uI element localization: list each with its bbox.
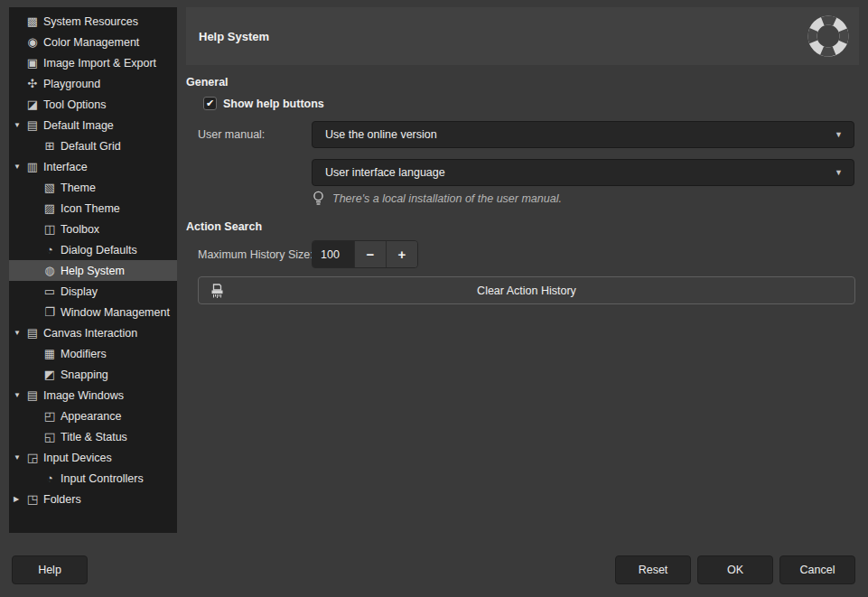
increment-button[interactable]: + — [386, 241, 417, 267]
page-header: Help System — [186, 7, 859, 65]
sidebar-item-label: Image Import & Export — [41, 57, 156, 70]
sidebar-item-label: Theme — [58, 182, 96, 194]
sidebar-item-image-windows[interactable]: ▼▤Image Windows — [9, 385, 177, 406]
sidebar-item-label: Help System — [58, 265, 125, 277]
sidebar-item-label: Window Management — [58, 306, 170, 319]
expander-down-icon[interactable]: ▼ — [9, 329, 24, 337]
folders-icon: ◳ — [24, 493, 41, 505]
manual-note-row: There's a local installation of the user… — [313, 191, 562, 207]
sidebar-item-input-devices[interactable]: ▼◲Input Devices — [9, 447, 177, 468]
decrement-button[interactable]: − — [354, 241, 386, 267]
interface-icon: ▥ — [24, 161, 41, 173]
window-management-icon: ❐ — [42, 306, 58, 318]
cancel-button-label: Cancel — [800, 564, 835, 576]
canvas-interaction-icon: ▤ — [24, 327, 41, 339]
sidebar-item-modifiers[interactable]: ▦Modifiers — [9, 343, 177, 364]
sidebar-item-label: Playground — [41, 78, 100, 90]
lifebuoy-icon — [807, 14, 850, 58]
playground-icon: ✣ — [24, 78, 41, 89]
sidebar-item-label: Canvas Interaction — [41, 327, 137, 340]
show-help-buttons-label: Show help buttons — [217, 98, 324, 110]
sidebar-item-interface[interactable]: ▼▥Interface — [9, 156, 177, 177]
action-search-section-label: Action Search — [186, 220, 262, 233]
sidebar-tree: ▩System Resources◉Color Management▣Image… — [9, 7, 177, 533]
sidebar-item-label: Dialog Defaults — [58, 244, 137, 257]
tool-options-icon: ◪ — [24, 98, 41, 110]
sidebar-item-label: Image Windows — [41, 389, 124, 402]
dialog-defaults-icon: ◔ — [42, 244, 58, 256]
help-system-icon: ◍ — [42, 265, 58, 276]
help-button[interactable]: Help — [12, 555, 88, 584]
shredder-icon — [209, 283, 226, 300]
cancel-button[interactable]: Cancel — [779, 555, 855, 584]
ok-button-label: OK — [727, 564, 743, 576]
sidebar-item-label: Display — [58, 285, 98, 298]
max-history-size-label: Maximum History Size: — [198, 248, 313, 261]
manual-language-dropdown[interactable]: User interface language ▼ — [312, 159, 854, 186]
sidebar-item-label: Title & Status — [58, 431, 127, 443]
sidebar-item-system-resources[interactable]: ▩System Resources — [9, 11, 177, 32]
expander-down-icon[interactable]: ▼ — [9, 121, 24, 129]
sidebar-item-input-controllers[interactable]: ◔Input Controllers — [9, 468, 177, 489]
chip-icon: ▩ — [24, 15, 41, 27]
sidebar-item-display[interactable]: ▭Display — [9, 281, 177, 302]
display-icon: ▭ — [42, 285, 58, 297]
sidebar-item-label: Tool Options — [41, 98, 106, 111]
snapping-icon: ◩ — [42, 368, 58, 380]
sidebar-item-toolbox[interactable]: ◫Toolbox — [9, 219, 177, 239]
help-button-label: Help — [38, 564, 61, 576]
sidebar-item-default-grid[interactable]: ⊞Default Grid — [9, 135, 177, 156]
sidebar-item-label: Input Controllers — [58, 472, 144, 485]
theme-icon: ▧ — [42, 182, 58, 193]
sidebar-item-label: Color Management — [41, 36, 139, 49]
sidebar-item-label: Interface — [41, 161, 88, 173]
show-help-buttons-row: ✔ Show help buttons — [203, 97, 324, 110]
history-size-input[interactable]: 100 — [313, 241, 354, 267]
sidebar-item-title-status[interactable]: ◱Title & Status — [9, 426, 177, 447]
sidebar-item-canvas-interaction[interactable]: ▼▤Canvas Interaction — [9, 322, 177, 343]
ok-button[interactable]: OK — [697, 555, 773, 584]
expander-down-icon[interactable]: ▼ — [9, 391, 24, 399]
chevron-down-icon: ▼ — [835, 168, 843, 177]
sidebar-item-label: System Resources — [41, 15, 138, 28]
sidebar-item-appearance[interactable]: ◰Appearance — [9, 406, 177, 426]
input-devices-icon: ◲ — [24, 452, 41, 463]
clear-action-history-label: Clear Action History — [199, 285, 854, 297]
sidebar-item-label: Input Devices — [41, 452, 112, 464]
sidebar-item-image-import-export[interactable]: ▣Image Import & Export — [9, 52, 177, 73]
toolbox-icon: ◫ — [42, 223, 58, 235]
sidebar-item-help-system[interactable]: ◍Help System — [9, 260, 177, 281]
sidebar-item-default-image[interactable]: ▼▤Default Image — [9, 115, 177, 135]
input-controllers-icon: ◔ — [42, 472, 58, 484]
chevron-down-icon: ▼ — [835, 130, 843, 139]
sidebar-item-label: Toolbox — [58, 223, 99, 236]
user-manual-dropdown[interactable]: Use the online version ▼ — [312, 121, 854, 148]
sidebar-item-theme[interactable]: ▧Theme — [9, 177, 177, 198]
sidebar-item-label: Modifiers — [58, 348, 107, 360]
icon-theme-icon: ▨ — [42, 202, 58, 214]
sidebar-item-snapping[interactable]: ◩Snapping — [9, 364, 177, 385]
lightbulb-icon — [313, 191, 324, 207]
sidebar-item-window-management[interactable]: ❐Window Management — [9, 302, 177, 322]
expander-down-icon[interactable]: ▼ — [9, 453, 24, 462]
sidebar-item-tool-options[interactable]: ◪Tool Options — [9, 94, 177, 115]
sidebar-item-dialog-defaults[interactable]: ◔Dialog Defaults — [9, 239, 177, 260]
manual-language-dropdown-value: User interface language — [325, 166, 835, 179]
default-image-icon: ▤ — [24, 119, 41, 131]
expander-right-icon[interactable]: ▶ — [9, 495, 24, 503]
sidebar-item-folders[interactable]: ▶◳Folders — [9, 489, 177, 509]
expander-down-icon[interactable]: ▼ — [9, 163, 24, 171]
user-manual-dropdown-value: Use the online version — [325, 128, 835, 141]
clear-action-history-button[interactable]: Clear Action History — [198, 276, 855, 304]
show-help-buttons-checkbox[interactable]: ✔ — [203, 97, 217, 110]
sidebar-item-label: Icon Theme — [58, 202, 120, 215]
sidebar-item-label: Default Image — [41, 119, 114, 132]
sidebar-item-label: Folders — [41, 493, 81, 506]
reset-button-label: Reset — [639, 564, 668, 576]
sidebar-item-icon-theme[interactable]: ▨Icon Theme — [9, 198, 177, 219]
page-title: Help System — [186, 30, 269, 43]
sidebar-item-playground[interactable]: ✣Playground — [9, 73, 177, 94]
reset-button[interactable]: Reset — [615, 555, 691, 584]
sidebar-item-color-management[interactable]: ◉Color Management — [9, 32, 177, 52]
manual-note-text: There's a local installation of the user… — [324, 192, 562, 205]
